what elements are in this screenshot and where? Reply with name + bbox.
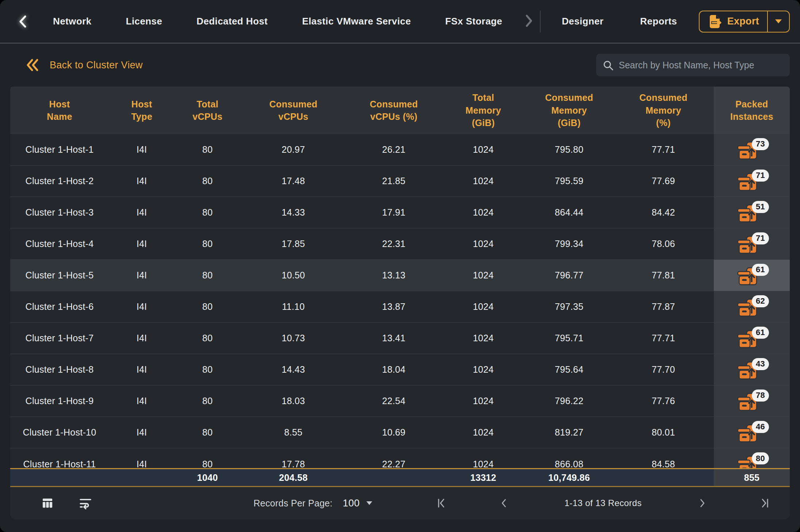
search-icon (603, 60, 614, 71)
first-page-icon (437, 498, 447, 509)
packed-instances-indicator: 80 (737, 453, 767, 468)
first-page-button[interactable] (431, 492, 453, 514)
cell-host-name: Cluster 1-Host-10 (10, 417, 109, 448)
totals-host-type (109, 469, 175, 486)
tab-reports[interactable]: Reports (622, 16, 695, 27)
cell-host-type: I4I (109, 354, 175, 385)
cell-total-memory: 1024 (441, 354, 525, 385)
column-header-consumed-vcpus-pct[interactable]: Consumed vCPUs (%) (346, 87, 441, 134)
cell-host-type: I4I (109, 323, 175, 354)
packed-count-badge: 62 (752, 295, 769, 307)
cell-host-name: Cluster 1-Host-7 (10, 323, 109, 354)
cell-total-vcpus: 80 (175, 134, 240, 165)
cell-host-name: Cluster 1-Host-5 (10, 260, 109, 291)
cell-packed-instances: 78 (714, 385, 790, 417)
packed-instances-indicator: 61 (737, 328, 767, 349)
cell-total-vcpus: 80 (175, 197, 240, 228)
column-header-consumed-memory[interactable]: Consumed Memory (GiB) (525, 87, 613, 134)
table-row[interactable]: Cluster 1-Host-6 I4I 80 11.10 13.87 1024… (10, 291, 790, 323)
cell-consumed-memory-pct: 77.76 (613, 385, 714, 417)
cell-consumed-vcpus-pct: 22.27 (346, 448, 441, 468)
chevron-left-icon (18, 15, 27, 28)
last-page-button[interactable] (753, 492, 775, 514)
back-link-label: Back to Cluster View (50, 60, 143, 71)
table-row[interactable]: Cluster 1-Host-7 I4I 80 10.73 13.41 1024… (10, 323, 790, 354)
cell-host-type: I4I (109, 134, 175, 165)
column-header-consumed-memory-pct[interactable]: Consumed Memory (%) (613, 87, 714, 134)
next-page-button[interactable] (691, 492, 713, 514)
cell-total-vcpus: 80 (175, 323, 240, 354)
packed-count-badge: 71 (752, 232, 769, 244)
tab-elastic-vmware-service[interactable]: Elastic VMware Service (285, 16, 428, 27)
tabs-scroll-right-button[interactable] (521, 14, 537, 28)
totals-consumed-vcpus: 204.58 (240, 469, 346, 486)
cell-host-name: Cluster 1-Host-1 (10, 134, 109, 165)
cell-consumed-memory: 795.80 (525, 134, 613, 165)
tab-designer[interactable]: Designer (544, 16, 622, 27)
records-per-page-select[interactable]: 100 (340, 497, 374, 509)
app-window: Network License Dedicated Host Elastic V… (0, 0, 800, 532)
cell-packed-instances: 62 (714, 291, 790, 322)
cell-consumed-vcpus: 20.97 (240, 134, 346, 165)
previous-page-button[interactable] (493, 492, 515, 514)
cell-consumed-memory: 795.64 (525, 354, 613, 385)
totals-packed-instances: 855 (714, 469, 790, 486)
table-footer: Records Per Page: 100 (10, 487, 790, 519)
cell-total-memory: 1024 (441, 260, 525, 291)
cell-consumed-memory: 819.27 (525, 417, 613, 448)
cell-consumed-memory: 799.34 (525, 228, 613, 259)
caret-down-icon (775, 19, 782, 23)
packed-count-badge: 43 (752, 358, 769, 370)
tab-fsx-storage[interactable]: FSx Storage (428, 16, 519, 27)
cell-consumed-vcpus-pct: 21.85 (346, 166, 441, 197)
column-header-total-vcpus[interactable]: Total vCPUs (175, 87, 240, 134)
column-settings-button[interactable] (37, 492, 58, 514)
table-row[interactable]: Cluster 1-Host-9 I4I 80 18.03 22.54 1024… (10, 385, 790, 417)
table-row[interactable]: Cluster 1-Host-11 I4I 80 17.78 22.27 102… (10, 448, 790, 468)
wrap-text-button[interactable] (75, 492, 96, 514)
export-label: Export (727, 16, 759, 27)
cell-consumed-vcpus-pct: 26.21 (346, 134, 441, 165)
cell-consumed-memory-pct: 80.01 (613, 417, 714, 448)
column-header-host-name[interactable]: Host Name (10, 87, 109, 134)
cell-consumed-memory-pct: 77.71 (613, 134, 714, 165)
table-row[interactable]: Cluster 1-Host-1 I4I 80 20.97 26.21 1024… (10, 134, 790, 166)
packed-instances-indicator: 71 (737, 233, 767, 255)
search-input[interactable] (596, 54, 790, 76)
table-row[interactable]: Cluster 1-Host-4 I4I 80 17.85 22.31 1024… (10, 228, 790, 260)
tab-dedicated-host[interactable]: Dedicated Host (179, 16, 285, 27)
packed-count-badge: 61 (752, 327, 769, 339)
cell-consumed-memory-pct: 84.58 (613, 448, 714, 468)
table-row[interactable]: Cluster 1-Host-3 I4I 80 14.33 17.91 1024… (10, 197, 790, 228)
column-header-consumed-vcpus[interactable]: Consumed vCPUs (240, 87, 346, 134)
cell-total-vcpus: 80 (175, 385, 240, 417)
cell-consumed-vcpus: 17.48 (240, 166, 346, 197)
cell-consumed-memory-pct: 77.69 (613, 166, 714, 197)
tab-network[interactable]: Network (36, 16, 108, 27)
tab-license[interactable]: License (108, 16, 179, 27)
export-file-icon (708, 14, 722, 29)
cell-consumed-memory-pct: 77.81 (613, 260, 714, 291)
records-per-page: Records Per Page: 100 (254, 497, 374, 509)
cell-total-memory: 1024 (441, 166, 525, 197)
pagination-range-label: 1-13 of 13 Records (550, 498, 656, 508)
packed-instances-indicator: 43 (737, 359, 767, 380)
nav-back-button[interactable] (15, 14, 31, 30)
column-header-host-type[interactable]: Host Type (109, 87, 175, 134)
table-row[interactable]: Cluster 1-Host-8 I4I 80 14.43 18.04 1024… (10, 354, 790, 385)
cell-consumed-memory-pct: 78.06 (613, 228, 714, 259)
table-row[interactable]: Cluster 1-Host-10 I4I 80 8.55 10.69 1024… (10, 417, 790, 448)
table-row[interactable]: Cluster 1-Host-5 I4I 80 10.50 13.13 1024… (10, 260, 790, 291)
table-row[interactable]: Cluster 1-Host-2 I4I 80 17.48 21.85 1024… (10, 166, 790, 197)
column-header-total-memory[interactable]: Total Memory (GiB) (441, 87, 525, 134)
export-dropdown-button[interactable] (768, 19, 789, 23)
back-to-cluster-view-link[interactable]: Back to Cluster View (23, 57, 145, 73)
totals-consumed-memory-pct (613, 469, 714, 486)
export-button[interactable]: Export (700, 14, 767, 29)
cell-consumed-memory-pct: 77.71 (613, 323, 714, 354)
cell-host-name: Cluster 1-Host-9 (10, 385, 109, 417)
totals-total-memory: 13312 (441, 469, 525, 486)
column-header-packed-instances[interactable]: Packed Instances (714, 87, 790, 134)
caret-down-icon (366, 501, 372, 505)
cell-consumed-memory: 797.35 (525, 291, 613, 322)
